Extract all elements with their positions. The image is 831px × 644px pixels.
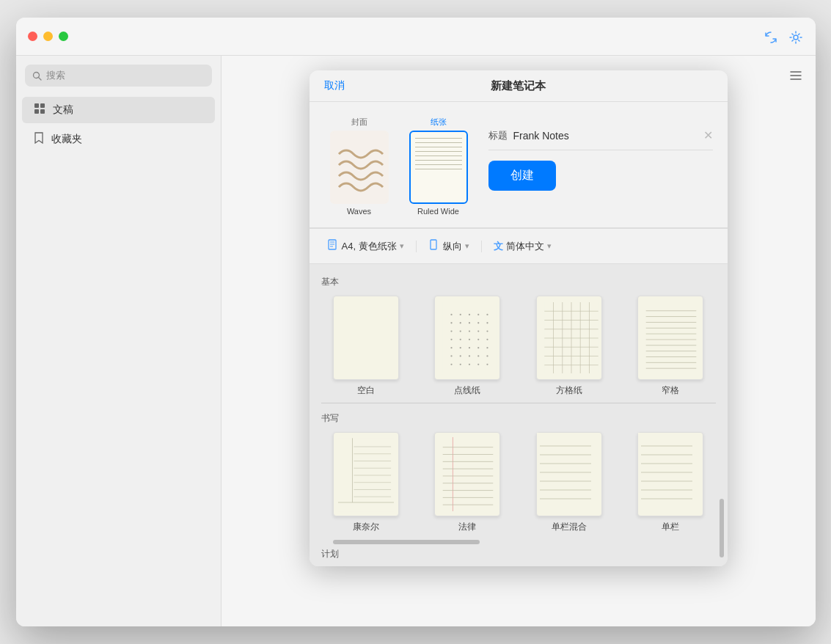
paper-cornell[interactable]: 康奈尔 bbox=[321, 432, 411, 533]
top-right-icons bbox=[763, 29, 804, 45]
section-divider bbox=[321, 403, 716, 403]
svg-point-47 bbox=[451, 364, 453, 365]
svg-point-49 bbox=[469, 364, 470, 365]
svg-rect-16 bbox=[443, 302, 497, 373]
svg-line-2 bbox=[38, 77, 41, 80]
paper-thumbnail bbox=[409, 131, 468, 204]
sidebar-item-documents-label: 文稿 bbox=[53, 103, 73, 117]
orientation-icon bbox=[428, 239, 440, 253]
paper-name: Ruled Wide bbox=[417, 207, 459, 216]
modal-title: 新建笔记本 bbox=[491, 79, 546, 93]
modal-right-panel: 标题 ✕ 创建 bbox=[488, 114, 713, 219]
paper-blank[interactable]: 空白 bbox=[321, 296, 411, 397]
paper-dotted[interactable]: 点线纸 bbox=[422, 296, 513, 397]
svg-point-29 bbox=[469, 330, 470, 332]
svg-point-42 bbox=[451, 355, 453, 356]
size-dropdown[interactable]: A4, 黄色纸张 ▾ bbox=[321, 236, 410, 256]
svg-point-38 bbox=[460, 347, 461, 348]
legal-name: 法律 bbox=[458, 521, 476, 533]
svg-point-25 bbox=[477, 322, 479, 323]
svg-rect-3 bbox=[34, 103, 39, 108]
svg-point-50 bbox=[477, 364, 479, 365]
cover-name: Waves bbox=[347, 207, 371, 216]
app-window: 搜索 文稿 收藏夹 bbox=[16, 18, 816, 626]
paper-grid[interactable]: 方格纸 bbox=[524, 296, 615, 397]
clear-title-button[interactable]: ✕ bbox=[703, 128, 713, 142]
svg-point-44 bbox=[469, 355, 470, 356]
language-dropdown[interactable]: 文 简体中文 ▾ bbox=[488, 237, 557, 256]
cornell-name: 康奈尔 bbox=[353, 521, 379, 533]
language-label: 简体中文 bbox=[506, 240, 544, 253]
narrow-thumb bbox=[637, 296, 703, 380]
blank-name: 空白 bbox=[357, 384, 375, 397]
sidebar-item-favorites[interactable]: 收藏夹 bbox=[22, 126, 215, 153]
svg-point-28 bbox=[460, 330, 461, 332]
documents-icon bbox=[34, 103, 45, 117]
horizontal-scrollbar[interactable] bbox=[333, 539, 704, 545]
sidebar-item-documents[interactable]: 文稿 bbox=[22, 97, 215, 123]
scrollbar-track[interactable] bbox=[719, 499, 725, 566]
writing-section-label: 书写 bbox=[321, 412, 716, 425]
tab-cover-label: 封面 bbox=[351, 117, 367, 128]
svg-point-48 bbox=[460, 364, 461, 365]
svg-point-39 bbox=[469, 347, 470, 348]
svg-point-21 bbox=[487, 314, 488, 315]
close-button[interactable] bbox=[28, 32, 37, 41]
svg-point-34 bbox=[469, 339, 470, 340]
svg-rect-15 bbox=[431, 240, 436, 249]
svg-point-26 bbox=[487, 322, 488, 323]
tab-paper[interactable]: 纸张 bbox=[403, 114, 474, 219]
dropdowns-row: A4, 黄色纸张 ▾ 纵向 bbox=[310, 229, 728, 264]
svg-point-33 bbox=[460, 339, 461, 340]
paper-narrow[interactable]: 窄格 bbox=[626, 296, 716, 397]
language-icon: 文 bbox=[494, 240, 503, 253]
svg-point-46 bbox=[487, 355, 488, 356]
dotted-name: 点线纸 bbox=[454, 384, 480, 397]
sync-icon[interactable] bbox=[763, 29, 779, 45]
orientation-label: 纵向 bbox=[443, 240, 462, 253]
orientation-dropdown[interactable]: 纵向 ▾ bbox=[422, 236, 475, 256]
create-button[interactable]: 创建 bbox=[488, 161, 556, 191]
svg-rect-88 bbox=[440, 437, 496, 511]
writing-papers-grid: 康奈尔 bbox=[321, 432, 716, 533]
sidebar: 搜索 文稿 收藏夹 bbox=[16, 56, 222, 626]
grid-thumb bbox=[536, 296, 602, 380]
svg-rect-77 bbox=[338, 438, 394, 511]
svg-point-31 bbox=[487, 330, 488, 332]
paper-single-col[interactable]: 单栏 bbox=[626, 432, 716, 533]
size-label: A4, 黄色纸张 bbox=[342, 240, 397, 253]
title-bar bbox=[16, 18, 816, 56]
title-row: 标题 ✕ bbox=[488, 128, 713, 150]
paper-single-mixed[interactable]: 单栏混合 bbox=[524, 432, 615, 533]
svg-point-20 bbox=[477, 314, 479, 315]
legal-thumb bbox=[434, 432, 500, 516]
svg-point-37 bbox=[451, 347, 453, 348]
grid-name: 方格纸 bbox=[556, 384, 582, 397]
svg-point-17 bbox=[451, 314, 453, 315]
modal-header: 取消 新建笔记本 bbox=[310, 70, 728, 102]
minimize-button[interactable] bbox=[43, 32, 53, 41]
maximize-button[interactable] bbox=[59, 32, 68, 41]
svg-point-23 bbox=[460, 322, 461, 323]
cornell-thumb bbox=[333, 432, 399, 516]
title-input[interactable] bbox=[513, 130, 698, 142]
sidebar-item-favorites-label: 收藏夹 bbox=[51, 133, 82, 146]
svg-point-45 bbox=[477, 355, 479, 356]
calc-section-hint: 计划 bbox=[321, 548, 716, 566]
svg-point-30 bbox=[477, 330, 479, 332]
search-icon bbox=[32, 71, 42, 81]
svg-point-43 bbox=[460, 355, 461, 356]
orientation-arrow: ▾ bbox=[465, 241, 469, 251]
search-bar[interactable]: 搜索 bbox=[25, 65, 212, 87]
tab-cover[interactable]: 封面 Wave bbox=[324, 114, 395, 219]
settings-icon[interactable] bbox=[788, 29, 804, 45]
new-notebook-modal: 取消 新建笔记本 封面 bbox=[310, 70, 728, 566]
paper-legal[interactable]: 法律 bbox=[422, 432, 513, 533]
cover-thumbnail bbox=[330, 131, 389, 204]
single-mixed-thumb bbox=[536, 432, 602, 516]
paper-section: A4, 黄色纸张 ▾ 纵向 bbox=[310, 228, 728, 566]
svg-rect-6 bbox=[40, 109, 45, 114]
sep1 bbox=[416, 241, 417, 252]
cancel-button[interactable]: 取消 bbox=[324, 79, 345, 92]
svg-point-36 bbox=[487, 339, 488, 340]
